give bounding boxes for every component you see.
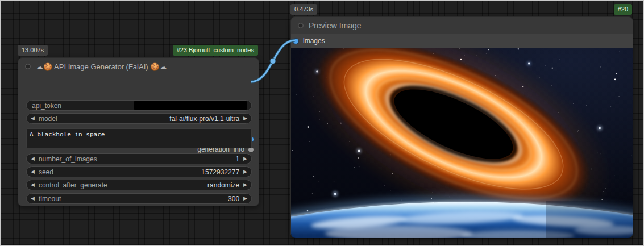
preview-image-container — [291, 48, 633, 238]
input-label: images — [303, 37, 325, 45]
input-port-images[interactable] — [293, 39, 298, 44]
preview-image-node[interactable]: Preview Image images — [290, 16, 633, 238]
decrement-arrow-icon[interactable]: ◀ — [31, 116, 35, 121]
widget-label: model — [39, 115, 57, 123]
increment-arrow-icon[interactable]: ▶ — [243, 169, 247, 174]
widget-label: control_after_generate — [39, 181, 107, 189]
increment-arrow-icon[interactable]: ▶ — [243, 182, 247, 187]
widget-value: 300 — [228, 195, 239, 203]
widget-value: 1572932277 — [201, 168, 239, 176]
decrement-arrow-icon[interactable]: ◀ — [31, 156, 35, 161]
increment-arrow-icon[interactable]: ▶ — [243, 196, 247, 201]
input-slot-images[interactable]: images — [291, 34, 633, 48]
control-after-generate-widget[interactable]: ◀ control_after_generate randomize ▶ — [26, 180, 252, 190]
decrement-arrow-icon[interactable]: ◀ — [31, 196, 35, 201]
widget-label: number_of_images — [39, 155, 97, 163]
collapse-dot-icon[interactable] — [298, 23, 304, 28]
node-editor-canvas[interactable]: 13.007s #23 Bjornulf_custom_nodes 0.473s… — [0, 0, 644, 246]
node-id-badge: #20 — [614, 4, 632, 15]
increment-arrow-icon[interactable]: ▶ — [243, 116, 247, 121]
execution-time-badge: 0.473s — [290, 4, 317, 15]
decrement-arrow-icon[interactable]: ◀ — [31, 182, 35, 187]
timeout-widget[interactable]: ◀ timeout 300 ▶ — [26, 193, 252, 204]
node-title: Preview Image — [309, 21, 362, 30]
node-title: ☁🍪 API Image Generator (FalAI) 🍪☁ — [36, 62, 167, 71]
seed-widget[interactable]: ◀ seed 1572932277 ▶ — [26, 166, 252, 177]
widget-value: randomize — [207, 181, 239, 189]
node-title-bar[interactable]: ☁🍪 API Image Generator (FalAI) 🍪☁ — [18, 58, 259, 75]
number-of-images-widget[interactable]: ◀ number_of_images 1 ▶ — [26, 153, 252, 164]
api-image-generator-node[interactable]: ☁🍪 API Image Generator (FalAI) 🍪☁ image … — [18, 57, 259, 206]
prompt-textarea[interactable]: A blackhole in space — [26, 128, 252, 148]
widget-label: timeout — [39, 195, 61, 203]
collapse-dot-icon[interactable] — [25, 64, 31, 69]
widget-value: fal-ai/flux-pro/v1.1-ultra — [169, 115, 239, 123]
widget-label: seed — [39, 168, 53, 176]
earth — [291, 201, 633, 238]
node-id-badge: #23 Bjornulf_custom_nodes — [173, 45, 258, 56]
link-midpoint-dot — [270, 59, 276, 64]
widget-label: api_token — [32, 102, 61, 110]
widget-value: 1 — [235, 155, 239, 163]
api-token-masked-value — [134, 101, 247, 110]
execution-time-badge: 13.007s — [18, 45, 48, 56]
model-widget[interactable]: ◀ model fal-ai/flux-pro/v1.1-ultra ▶ — [26, 113, 252, 124]
increment-arrow-icon[interactable]: ▶ — [243, 156, 247, 161]
node-title-bar[interactable]: Preview Image — [291, 17, 633, 34]
api-token-widget[interactable]: api_token — [26, 100, 252, 111]
decrement-arrow-icon[interactable]: ◀ — [31, 169, 35, 174]
preview-image — [291, 48, 633, 238]
